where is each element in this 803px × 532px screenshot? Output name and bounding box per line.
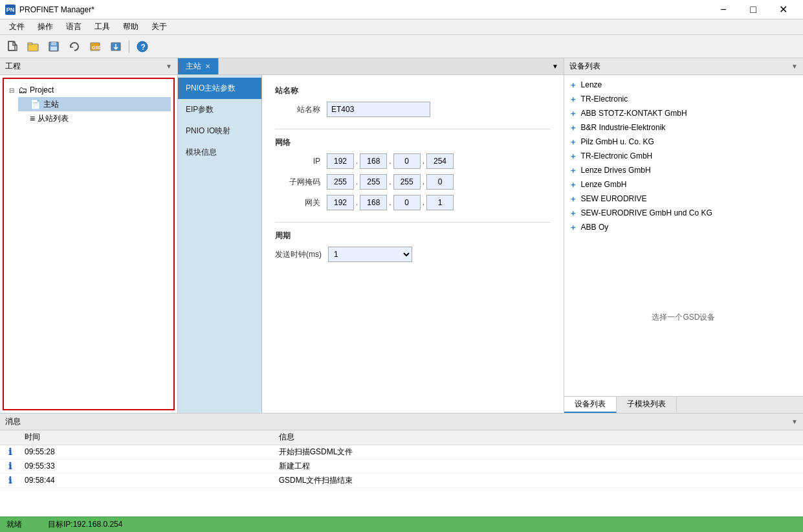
device-item-sew-eurodrive-gmbh[interactable]: + SEW-EURODRIVE GmbH und Co KG xyxy=(564,206,803,220)
menu-help[interactable]: 帮助 xyxy=(116,20,145,34)
minimize-button[interactable]: − xyxy=(709,0,738,19)
toolbar-help-button[interactable]: ? xyxy=(133,38,152,56)
form-row-subnet: 子网掩码 . . . xyxy=(275,174,551,190)
ip-seg2[interactable] xyxy=(360,153,387,169)
sidebar-item-eip-params[interactable]: EIP参数 xyxy=(178,99,261,120)
toolbar-new-button[interactable] xyxy=(3,38,22,56)
ip-input-group: . . . xyxy=(327,153,454,169)
menu-language[interactable]: 语言 xyxy=(60,20,88,34)
left-panel-collapse[interactable]: ▼ xyxy=(166,63,172,70)
expand-icon-abb-oy: + xyxy=(571,223,576,232)
tree-label-project: Project xyxy=(30,85,54,94)
tab-bar: 主站 ✕ ▼ xyxy=(178,58,564,75)
device-placeholder-text: 选择一个GSD设备 xyxy=(652,312,715,323)
input-station-name[interactable] xyxy=(327,102,430,117)
svg-text:GSD: GSD xyxy=(92,45,102,50)
device-label-tr-electronic-gmbh: TR-Electronic GmbH xyxy=(581,151,653,161)
tab-master-label: 主站 xyxy=(186,61,201,72)
sidebar-item-pnio-params[interactable]: PNIO主站参数 xyxy=(178,78,261,99)
tree-item-project[interactable]: ⊟ 🗂 Project xyxy=(6,83,171,97)
bottom-panel: 消息 ▼ 时间 信息 ℹ 09:55:28 开始扫描GSDML文件 ℹ 09 xyxy=(0,413,803,516)
gateway-seg2[interactable] xyxy=(360,195,387,210)
right-tab-submodule-list[interactable]: 子模块列表 xyxy=(617,397,677,413)
window-controls: − □ ✕ xyxy=(709,0,798,19)
tab-dropdown-btn[interactable]: ▼ xyxy=(549,63,561,70)
right-panel-collapse[interactable]: ▼ xyxy=(791,63,798,70)
bottom-panel-header: 消息 ▼ xyxy=(0,414,803,430)
content-main: ↑ 站名称 站名称 网络 xyxy=(262,75,564,413)
form-row-send-clock: 发送时钟(ms) 1 2 4 8 xyxy=(275,247,551,262)
section-station-name: 站名称 站名称 xyxy=(275,85,551,117)
status-target-ip: 目标IP:192.168.0.254 xyxy=(48,519,122,530)
close-button[interactable]: ✕ xyxy=(768,0,798,19)
expand-icon-tr-electronic: + xyxy=(571,94,576,104)
device-label-br-industrie: B&R Industrie-Elektronik xyxy=(581,123,666,132)
tab-master-close[interactable]: ✕ xyxy=(205,63,210,70)
section-network: 网络 IP . . . xyxy=(275,137,551,210)
expand-icon-sew-eurodrive-gmbh: + xyxy=(571,208,576,218)
device-item-lenze[interactable]: + Lenze xyxy=(564,78,803,92)
msg-text-2: 新建工程 xyxy=(274,459,803,473)
device-item-br-industrie[interactable]: + B&R Industrie-Elektronik xyxy=(564,120,803,135)
menu-about[interactable]: 关于 xyxy=(145,20,173,34)
ip-seg4[interactable] xyxy=(426,153,454,169)
col-time: 时间 xyxy=(19,430,274,445)
sidebar-item-module-info[interactable]: 模块信息 xyxy=(178,142,261,163)
tree-item-master[interactable]: 📄 主站 xyxy=(18,97,171,111)
left-panel-header: 工程 ▼ xyxy=(0,58,177,75)
label-gateway: 网关 xyxy=(275,197,320,208)
tree-item-slavelist[interactable]: ≡ 从站列表 xyxy=(18,111,171,126)
subnet-seg2[interactable] xyxy=(360,174,387,190)
right-tab-device-list[interactable]: 设备列表 xyxy=(564,397,617,413)
toolbar-gsd-button[interactable]: GSD xyxy=(85,38,105,56)
menu-tools[interactable]: 工具 xyxy=(88,20,116,34)
gateway-seg3[interactable] xyxy=(393,195,421,210)
device-label-abb-oy: ABB Oy xyxy=(581,223,609,232)
tree-expander-project: ⊟ xyxy=(9,87,18,94)
subnet-seg3[interactable] xyxy=(393,174,421,190)
subnet-seg1[interactable] xyxy=(327,174,354,190)
center-panel-wrapper: 主站 ✕ ▼ PNIO主站参数 EIP参数 PNIO IO映射 模块信息 xyxy=(178,58,564,413)
device-item-sew-eurodrive[interactable]: + SEW EURODRIVE xyxy=(564,192,803,206)
gateway-input-group: . . . xyxy=(327,195,454,210)
device-item-abb-stotz[interactable]: + ABB STOTZ-KONTAKT GmbH xyxy=(564,106,803,120)
title-bar: PN PROFINET Manager* − □ ✕ xyxy=(0,0,803,19)
toolbar-save-button[interactable] xyxy=(44,38,63,56)
menu-operate[interactable]: 操作 xyxy=(31,20,60,34)
form-row-station-name: 站名称 xyxy=(275,102,551,117)
device-label-tr-electronic: TR-Electronic xyxy=(581,94,628,104)
menu-file[interactable]: 文件 xyxy=(3,20,31,34)
device-item-lenze-drives[interactable]: + Lenze Drives GmbH xyxy=(564,163,803,177)
label-subnet: 子网掩码 xyxy=(275,177,320,188)
device-item-tr-electronic-gmbh[interactable]: + TR-Electronic GmbH xyxy=(564,149,803,163)
toolbar-open-button[interactable] xyxy=(23,38,43,56)
messages-collapse[interactable]: ▼ xyxy=(791,418,798,425)
toolbar-download-button[interactable] xyxy=(106,38,126,56)
sidebar-item-pnio-iomapping[interactable]: PNIO IO映射 xyxy=(178,120,261,142)
device-item-tr-electronic[interactable]: + TR-Electronic xyxy=(564,92,803,106)
ip-seg3[interactable] xyxy=(393,153,421,169)
subnet-seg4[interactable] xyxy=(426,174,454,190)
select-send-clock[interactable]: 1 2 4 8 xyxy=(328,247,412,262)
device-item-lenze-gmbh[interactable]: + Lenze GmbH xyxy=(564,177,803,192)
device-label-lenze-gmbh: Lenze GmbH xyxy=(581,180,627,189)
tab-master[interactable]: 主站 ✕ xyxy=(178,58,219,74)
device-item-pilz[interactable]: + Pilz GmbH u. Co. KG xyxy=(564,135,803,149)
toolbar-refresh-button[interactable] xyxy=(65,38,84,56)
section-cycle: 周期 发送时钟(ms) 1 2 4 8 xyxy=(275,230,551,262)
maximize-button[interactable]: □ xyxy=(738,0,768,19)
master-icon: 📄 xyxy=(30,99,41,109)
device-label-pilz: Pilz GmbH u. Co. KG xyxy=(581,137,654,146)
gateway-seg1[interactable] xyxy=(327,195,354,210)
right-panel-header: 设备列表 ▼ xyxy=(564,58,803,75)
tab-sidebar: PNIO主站参数 EIP参数 PNIO IO映射 模块信息 xyxy=(178,75,262,413)
gateway-seg4[interactable] xyxy=(426,195,454,210)
expand-icon-lenze: + xyxy=(571,80,576,90)
svg-rect-4 xyxy=(51,42,56,45)
expand-icon-tr-electronic-gmbh: + xyxy=(571,151,576,161)
device-item-abb-oy[interactable]: + ABB Oy xyxy=(564,220,803,234)
form-row-ip: IP . . . xyxy=(275,153,551,169)
ip-seg1[interactable] xyxy=(327,153,354,169)
message-row-3: ℹ 09:58:44 GSDML文件扫描结束 xyxy=(0,473,803,487)
message-table: 时间 信息 ℹ 09:55:28 开始扫描GSDML文件 ℹ 09:55:33 … xyxy=(0,430,803,516)
